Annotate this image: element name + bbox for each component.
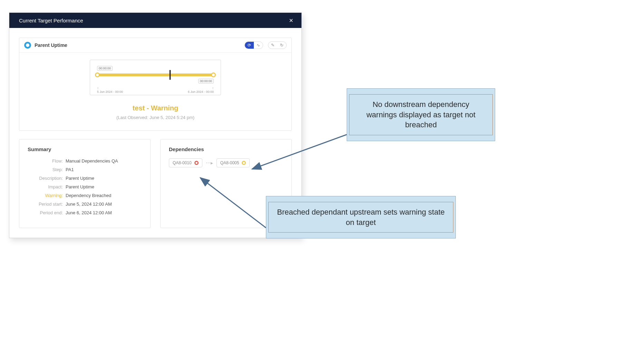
dependency-chip-label: QA8-0005 [220, 160, 239, 165]
summary-row-warning: Warning: Dependency Breached [28, 193, 142, 198]
timeline-axis: 5 Jun 2024 - 00:00 6 Jun 2024 - 00:00 [97, 86, 214, 94]
uptime-status-text: test - Warning [133, 104, 179, 112]
annotation-callout-downstream: No downstream dependency warnings displa… [347, 88, 495, 141]
summary-key: Description: [28, 176, 66, 181]
view-dot-button[interactable]: ⟳ [245, 42, 254, 49]
dependency-chip-label: QA8-0010 [173, 160, 192, 165]
summary-val: Manual Dependencies QA [66, 158, 118, 164]
summary-val: Parent Uptime [66, 184, 94, 189]
refresh-button[interactable]: ↻ [277, 42, 286, 49]
close-icon[interactable]: × [287, 16, 295, 25]
pin-button[interactable]: ✎ [268, 42, 277, 49]
uptime-header: Parent Uptime ⟳ ∿ ✎ ↻ [19, 38, 291, 52]
uptime-observed-text: (Last Observed: June 5, 2024 5:24 pm) [116, 115, 194, 120]
timeline-start-badge: 00:00:00 [97, 66, 113, 71]
axis-start-label: 5 Jun 2024 - 00:00 [97, 86, 123, 94]
timeline-end-badge: 00:00:00 [198, 79, 214, 84]
summary-val: Dependency Breached [66, 193, 111, 198]
summary-val: June 6, 2024 12:00 AM [66, 210, 112, 215]
target-performance-modal: Current Target Performance × Parent Upti… [9, 12, 302, 238]
annotation-callout-upstream: Breached dependant upstream sets warning… [266, 196, 456, 238]
view-toggle-pill: ⟳ ∿ [244, 41, 263, 49]
status-dot-red-icon [194, 161, 199, 165]
summary-row-impact: Impact: Parent Uptime [28, 184, 142, 189]
dependency-arrow-icon: ⋯▸ [206, 160, 213, 166]
uptime-ring-icon [24, 42, 31, 49]
status-dot-yellow-icon [242, 161, 246, 165]
timeline-track [97, 73, 214, 76]
summary-val: June 5, 2024 12:00 AM [66, 202, 112, 207]
summary-card: Summary Flow: Manual Dependencies QA Ste… [19, 139, 151, 228]
dependency-chip-target[interactable]: QA8-0005 [217, 158, 250, 167]
lower-columns: Summary Flow: Manual Dependencies QA Ste… [19, 139, 292, 228]
summary-val: Parent Uptime [66, 176, 94, 181]
summary-key: Flow: [28, 158, 66, 164]
uptime-title: Parent Uptime [35, 42, 67, 48]
dependency-chip-upstream[interactable]: QA8-0010 [169, 158, 202, 167]
annotation-text: Breached dependant upstream sets warning… [268, 202, 453, 233]
modal-title: Current Target Performance [19, 18, 83, 23]
dependencies-title: Dependencies [169, 146, 283, 152]
uptime-actions: ⟳ ∿ ✎ ↻ [244, 41, 287, 49]
summary-key: Warning: [28, 193, 66, 198]
timeline-start-dot [95, 72, 100, 77]
summary-key: Impact: [28, 184, 66, 189]
view-wave-button[interactable]: ∿ [254, 42, 263, 49]
uptime-title-group: Parent Uptime [24, 42, 67, 49]
summary-row-description: Description: Parent Uptime [28, 176, 142, 181]
summary-row-period-start: Period start: June 5, 2024 12:00 AM [28, 202, 142, 207]
summary-row-period-end: Period end: June 6, 2024 12:00 AM [28, 210, 142, 215]
summary-key: Step: [28, 167, 66, 172]
summary-row-step: Step: PA1 [28, 167, 142, 172]
uptime-timeline: 00:00:00 00:00:00 5 Jun 2024 - 00:00 6 J… [90, 60, 221, 95]
dependency-flow: QA8-0010 ⋯▸ QA8-0005 [169, 158, 283, 167]
annotation-text: No downstream dependency warnings displa… [349, 94, 493, 135]
modal-body: Parent Uptime ⟳ ∿ ✎ ↻ 00:00:00 [9, 28, 301, 238]
tools-pill: ✎ ↻ [268, 41, 287, 49]
summary-key: Period start: [28, 202, 66, 207]
axis-end-label: 6 Jun 2024 - 00:00 [188, 86, 214, 94]
summary-row-flow: Flow: Manual Dependencies QA [28, 158, 142, 164]
modal-header: Current Target Performance × [9, 13, 301, 28]
summary-val: PA1 [66, 167, 74, 172]
uptime-body: 00:00:00 00:00:00 5 Jun 2024 - 00:00 6 J… [19, 52, 291, 130]
timeline-now-marker [170, 70, 171, 80]
summary-title: Summary [28, 146, 142, 152]
parent-uptime-card: Parent Uptime ⟳ ∿ ✎ ↻ 00:00:00 [19, 38, 292, 131]
summary-key: Period end: [28, 210, 66, 215]
timeline-end-dot [211, 72, 216, 77]
